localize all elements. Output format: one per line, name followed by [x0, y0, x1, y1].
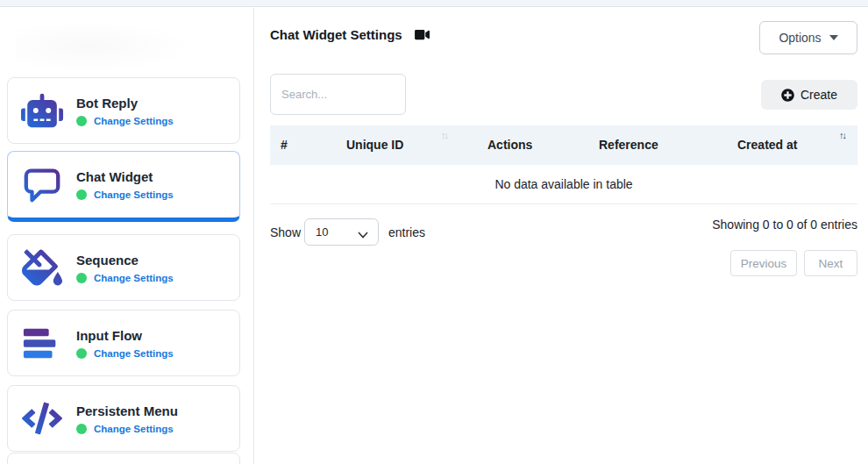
column-header-index[interactable]: # [281, 138, 288, 152]
sidebar-item-partial[interactable] [7, 453, 240, 464]
status-dot [76, 424, 87, 434]
sidebar-item-input-flow[interactable]: Input Flow Change Settings [7, 310, 240, 376]
sidebar-item-label: Bot Reply [76, 96, 174, 111]
sidebar-item-label: Sequence [76, 253, 174, 268]
previous-button[interactable]: Previous [730, 250, 797, 276]
sidebar-item-persistent-menu[interactable]: Persistent Menu Change Settings [7, 385, 240, 452]
options-button[interactable]: Options [759, 21, 857, 54]
sidebar-item-label: Input Flow [76, 328, 174, 343]
sidebar-item-label: Persistent Menu [76, 403, 178, 418]
video-camera-icon [414, 28, 430, 41]
sidebar: Bot Reply Change Settings Chat Widget [0, 8, 254, 464]
search-input[interactable] [270, 74, 406, 115]
change-settings-link[interactable]: Change Settings [94, 348, 174, 359]
logo-placeholder [16, 20, 196, 73]
chat-bubble-icon [20, 164, 64, 206]
sidebar-item-sequence[interactable]: Sequence Change Settings [7, 234, 240, 301]
app-window: Bot Reply Change Settings Chat Widget [0, 0, 868, 464]
bars-icon [20, 322, 64, 364]
status-dot [76, 273, 87, 283]
column-header-created-at[interactable]: Created at [737, 138, 797, 152]
sidebar-item-chat-widget[interactable]: Chat Widget Change Settings [7, 151, 240, 222]
create-button[interactable]: Create [761, 80, 857, 110]
fill-drip-icon [20, 246, 64, 289]
column-header-actions[interactable]: Actions [487, 138, 532, 152]
status-dot [76, 116, 87, 126]
column-header-unique-id[interactable]: Unique ID [346, 138, 403, 152]
pagination-summary: Showing 0 to 0 of 0 entries [712, 218, 857, 232]
table-header: # Unique ID ↑↓ Actions Reference Created… [270, 125, 857, 165]
change-settings-link[interactable]: Change Settings [94, 116, 174, 126]
change-settings-link[interactable]: Change Settings [94, 273, 174, 283]
table-empty-message: No data available in table [270, 165, 857, 204]
robot-icon [20, 89, 64, 132]
page-title: Chat Widget Settings [270, 27, 402, 42]
entries-label: entries [388, 225, 425, 239]
change-settings-link[interactable]: Change Settings [94, 189, 174, 200]
column-header-reference[interactable]: Reference [599, 138, 658, 152]
page-title-row: Chat Widget Settings [270, 27, 430, 42]
code-icon [20, 397, 64, 439]
sidebar-item-bot-reply[interactable]: Bot Reply Change Settings [7, 77, 240, 144]
sort-icon-unique-id[interactable]: ↑↓ [441, 130, 447, 140]
status-dot [76, 348, 87, 359]
page-size-select[interactable]: 10 [304, 218, 379, 246]
top-strip [0, 0, 868, 7]
options-button-label: Options [779, 31, 821, 45]
sidebar-item-label: Chat Widget [76, 169, 174, 184]
sort-icon-created-at[interactable]: ↑↓ [839, 130, 845, 140]
change-settings-link[interactable]: Change Settings [94, 424, 174, 434]
show-label: Show [270, 225, 301, 239]
plus-circle-icon [781, 89, 794, 102]
caret-down-icon [829, 35, 838, 40]
create-button-label: Create [800, 88, 837, 102]
status-dot [76, 189, 87, 200]
next-button[interactable]: Next [804, 250, 857, 276]
